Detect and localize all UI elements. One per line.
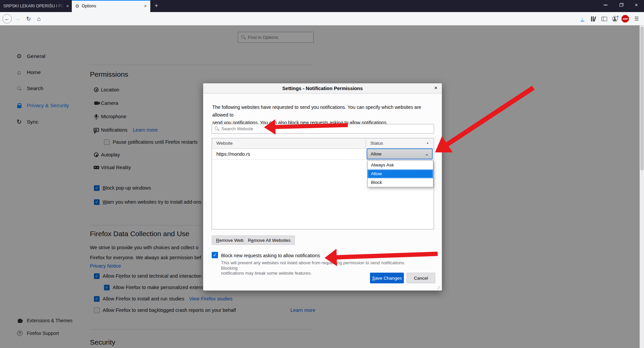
gear-favicon-icon: ⚙ [75,3,79,9]
reload-button[interactable]: ↻ [24,14,33,23]
tab-title: Options [82,4,96,8]
status-select-value: Allow [371,151,381,156]
scrollbar-track[interactable] [640,25,644,348]
annotation-arrow-search [264,117,348,135]
status-dropdown-list: Always Ask Allow Block [367,160,433,187]
library-button[interactable] [589,14,598,23]
scrollbar-thumb[interactable] [640,26,644,170]
search-icon [215,127,219,131]
restore-icon [620,4,623,7]
column-divider [366,140,366,147]
dialog-titlebar: Settings - Notification Permissions ✕ [203,83,442,93]
window-controls: ✕ [598,0,644,10]
preferences-page: ⚙ General ⌂ Home Search Privacy & Securi… [0,25,644,348]
website-url: https://mondo.rs [216,151,250,157]
forward-button[interactable]: → [13,14,22,23]
column-website[interactable]: Website [216,141,233,146]
tab-title: SRPSKI LEKARI OPERIŠU I POMOĆU [3,4,64,8]
save-changes-button[interactable]: Save Changes [370,273,404,283]
restore-button[interactable] [613,0,629,10]
library-icon [591,16,596,21]
tab-inactive[interactable]: SRPSKI LEKARI OPERIŠU I POMOĆU ✕ [0,0,72,12]
option-block[interactable]: Block [368,178,433,187]
sort-ascending-icon: ▲ [426,141,429,144]
cancel-button[interactable]: Cancel [407,273,435,283]
tab-bar: SRPSKI LEKARI OPERIŠU I POMOĆU ✕ ⚙ Optio… [0,0,644,12]
browser-window: SRPSKI LEKARI OPERIŠU I POMOĆU ✕ ⚙ Optio… [0,0,644,348]
home-button[interactable]: ⌂ [34,14,44,23]
tab-title-fade [55,4,64,8]
option-always-ask[interactable]: Always Ask [368,161,433,169]
menu-button[interactable]: ☰ [632,14,641,23]
tab-options[interactable]: ⚙ Options ✕ [72,0,150,12]
arrow-shaft [274,123,348,129]
resize-grip[interactable] [436,285,440,289]
chevron-down-icon: ⌄ [425,151,429,156]
status-select[interactable]: Allow ⌄ [367,148,433,159]
hamburger-icon: ☰ [634,16,639,22]
block-new-requests-label[interactable]: Block new requests asking to allow notif… [221,253,320,258]
new-tab-button[interactable]: + [150,0,162,12]
tab-close-icon[interactable]: ✕ [144,4,147,8]
arrow-shaft [335,252,438,260]
notification-dot [616,15,619,18]
column-status[interactable]: Status [370,141,383,146]
abp-badge-icon: ABP [622,15,629,22]
remove-all-websites-button[interactable]: Remove All Websites [244,235,295,245]
dialog-close-icon[interactable]: ✕ [434,85,438,90]
sidebar-toggle-button[interactable] [599,14,609,23]
account-icon [612,16,618,22]
active-tab-stripe [72,0,150,1]
minimize-button[interactable] [598,0,613,10]
back-button[interactable]: ← [2,14,12,23]
tab-close-icon[interactable]: ✕ [66,4,69,8]
table-header: Website Status ▲ [212,138,434,149]
option-allow[interactable]: Allow [368,169,433,178]
dialog-title: Settings - Notification Permissions [282,86,363,91]
adblock-button[interactable]: ABP [621,14,630,23]
sidebar-icon [601,17,607,21]
block-new-requests-checkbox[interactable]: ✓ [212,252,218,258]
account-button[interactable] [610,14,620,23]
navigation-bar: ← → ↻ ⌂ Firefox about:preferences#privac… [0,12,644,25]
back-icon: ← [2,14,12,23]
minimize-icon [604,5,607,5]
downloads-button[interactable]: ↓ [578,14,587,23]
download-icon: ↓ [581,16,584,21]
close-window-button[interactable]: ✕ [629,0,644,10]
